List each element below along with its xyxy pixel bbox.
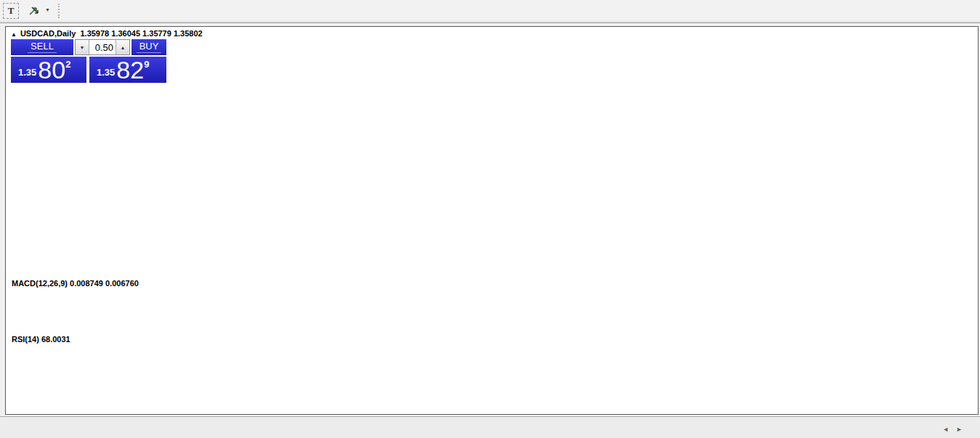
buy-price-pip-digit: 9: [144, 59, 149, 70]
volume-decrease-button[interactable]: ▼: [76, 40, 89, 54]
toolbar-separator: [58, 4, 60, 18]
text-label-tool-button[interactable]: T: [3, 3, 19, 19]
buy-price-prefix: 1.35: [97, 67, 115, 78]
buy-button-label: BUY: [137, 41, 162, 53]
chart-ohlc-values: 1.35978 1.36045 1.35779 1.35802: [80, 29, 202, 38]
chart-canvas[interactable]: [6, 27, 978, 414]
arrows-icon: [28, 5, 41, 17]
top-toolbar: T ▼: [0, 0, 980, 22]
sell-price-prefix: 1.35: [18, 67, 36, 78]
sell-price-pip-digit: 2: [65, 59, 70, 70]
chart-title: ▲USDCAD,Daily 1.35978 1.36045 1.35779 1.…: [9, 29, 205, 38]
window-divider: [0, 23, 980, 24]
rsi-indicator-label: RSI(14) 68.0031: [10, 335, 72, 344]
scroll-left-icon[interactable]: ◄: [942, 426, 956, 433]
sell-price-big-digits: 80: [38, 59, 65, 81]
buy-price-display[interactable]: 1.35 82 9: [89, 57, 166, 83]
sell-button-label: SELL: [28, 41, 57, 53]
tab-scroll-arrows: ◄►: [942, 426, 970, 433]
volume-increase-button[interactable]: ▲: [116, 40, 129, 54]
buy-price-big-digits: 82: [116, 59, 144, 81]
macd-indicator-label: MACD(12,26,9) 0.008749 0.006760: [10, 279, 140, 288]
sell-price-display[interactable]: 1.35 80 2: [11, 57, 86, 83]
chart-symbol-period: USDCAD,Daily: [20, 29, 76, 38]
volume-spinner: ▼ ▲: [75, 39, 130, 55]
chart-tab-bar: ◄►: [0, 416, 980, 438]
sell-button[interactable]: SELL: [11, 39, 73, 55]
collapse-triangle-icon[interactable]: ▲: [11, 31, 17, 38]
arrange-windows-button[interactable]: [25, 3, 44, 19]
one-click-trading-panel: SELL ▼ ▲ BUY 1.35 80 2 1.35 82 9: [11, 39, 166, 83]
scroll-right-icon[interactable]: ►: [956, 426, 970, 433]
text-tool-icon: T: [8, 5, 15, 17]
chart-window-usdcad-daily[interactable]: ▲USDCAD,Daily 1.35978 1.36045 1.35779 1.…: [5, 26, 979, 415]
chevron-down-icon[interactable]: ▼: [45, 7, 50, 12]
volume-input[interactable]: [89, 40, 116, 54]
buy-button[interactable]: BUY: [131, 39, 166, 55]
